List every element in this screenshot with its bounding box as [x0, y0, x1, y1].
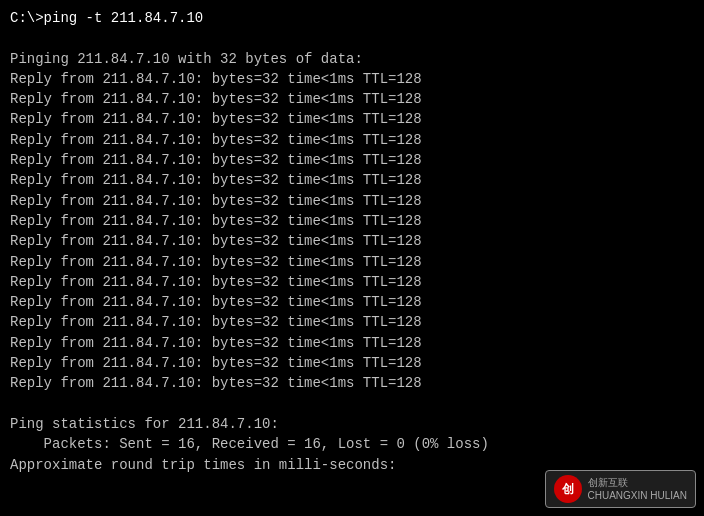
reply-line-7: Reply from 211.84.7.10: bytes=32 time<1m… [10, 191, 694, 211]
watermark-text-block: 创新互联 CHUANGXIN HULIAN [588, 476, 687, 502]
pinging-line: Pinging 211.84.7.10 with 32 bytes of dat… [10, 49, 694, 69]
blank-line-2 [10, 394, 694, 414]
reply-line-11: Reply from 211.84.7.10: bytes=32 time<1m… [10, 272, 694, 292]
watermark-icon-text: 创 [562, 481, 574, 498]
reply-line-4: Reply from 211.84.7.10: bytes=32 time<1m… [10, 130, 694, 150]
watermark-line2: CHUANGXIN HULIAN [588, 489, 687, 502]
reply-line-16: Reply from 211.84.7.10: bytes=32 time<1m… [10, 373, 694, 393]
reply-line-6: Reply from 211.84.7.10: bytes=32 time<1m… [10, 170, 694, 190]
reply-line-14: Reply from 211.84.7.10: bytes=32 time<1m… [10, 333, 694, 353]
watermark: 创 创新互联 CHUANGXIN HULIAN [545, 470, 696, 508]
reply-line-1: Reply from 211.84.7.10: bytes=32 time<1m… [10, 69, 694, 89]
watermark-icon: 创 [554, 475, 582, 503]
reply-line-8: Reply from 211.84.7.10: bytes=32 time<1m… [10, 211, 694, 231]
reply-line-13: Reply from 211.84.7.10: bytes=32 time<1m… [10, 312, 694, 332]
reply-line-15: Reply from 211.84.7.10: bytes=32 time<1m… [10, 353, 694, 373]
reply-line-2: Reply from 211.84.7.10: bytes=32 time<1m… [10, 89, 694, 109]
reply-line-12: Reply from 211.84.7.10: bytes=32 time<1m… [10, 292, 694, 312]
terminal-window: C:\>ping -t 211.84.7.10 Pinging 211.84.7… [0, 0, 704, 516]
command-line: C:\>ping -t 211.84.7.10 [10, 8, 694, 28]
reply-line-10: Reply from 211.84.7.10: bytes=32 time<1m… [10, 252, 694, 272]
reply-line-5: Reply from 211.84.7.10: bytes=32 time<1m… [10, 150, 694, 170]
reply-line-3: Reply from 211.84.7.10: bytes=32 time<1m… [10, 109, 694, 129]
stats-header: Ping statistics for 211.84.7.10: [10, 414, 694, 434]
blank-line-1 [10, 28, 694, 48]
watermark-line1: 创新互联 [588, 476, 687, 489]
packets-line: Packets: Sent = 16, Received = 16, Lost … [10, 434, 694, 454]
reply-line-9: Reply from 211.84.7.10: bytes=32 time<1m… [10, 231, 694, 251]
